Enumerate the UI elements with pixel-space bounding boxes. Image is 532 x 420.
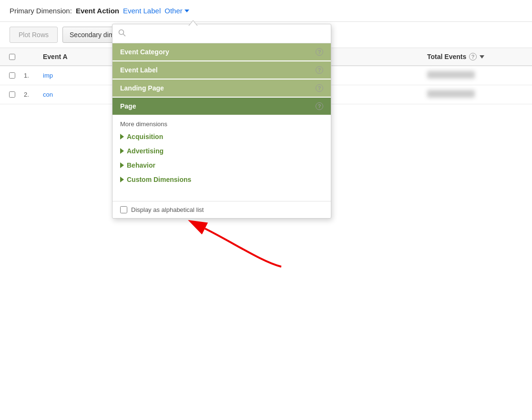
- svg-line-1: [123, 34, 125, 36]
- total-events-help-icon[interactable]: ?: [469, 53, 477, 60]
- row-2-events-blurred: [427, 90, 475, 98]
- more-dimensions-label: More dimensions: [113, 116, 331, 130]
- plot-rows-button[interactable]: Plot Rows: [10, 27, 58, 43]
- select-all-checkbox-col: [0, 54, 24, 60]
- custom-dimensions-expand-icon: [120, 177, 124, 182]
- row-2-events: [427, 90, 532, 99]
- dropdown-search-area: [113, 24, 331, 43]
- alphabetical-list-checkbox[interactable]: [120, 206, 127, 213]
- dropdown-footer: Display as alphabetical list: [113, 201, 331, 218]
- other-dropdown-label: Other: [164, 7, 183, 15]
- event-label-help-icon[interactable]: ?: [316, 66, 323, 74]
- search-icon: [118, 29, 126, 38]
- row-1-checkbox[interactable]: [9, 72, 15, 79]
- search-input[interactable]: [130, 30, 325, 38]
- row-2-checkbox[interactable]: [9, 91, 15, 98]
- dropdown-group-behavior[interactable]: Behavior: [113, 158, 331, 172]
- event-label-link[interactable]: Event Label: [123, 7, 161, 15]
- dropdown-item-event-label[interactable]: Event Label ?: [113, 61, 331, 79]
- dropdown-item-landing-page[interactable]: Landing Page ?: [113, 80, 331, 97]
- row-1-events: [427, 71, 532, 80]
- dropdown-scroll-area[interactable]: Event Category ? Event Label ? Landing P…: [113, 43, 331, 201]
- alphabetical-list-label: Display as alphabetical list: [131, 206, 204, 213]
- secondary-dimension-dropdown: Event Category ? Event Label ? Landing P…: [112, 24, 331, 219]
- dropdown-group-custom-dimensions[interactable]: Custom Dimensions: [113, 172, 331, 187]
- other-chevron-icon: [184, 10, 189, 12]
- primary-dimension-label: Primary Dimension:: [10, 7, 72, 15]
- page-help-icon[interactable]: ?: [316, 102, 323, 110]
- other-dropdown[interactable]: Other: [164, 7, 189, 15]
- advertising-expand-icon: [120, 148, 124, 154]
- landing-page-help-icon[interactable]: ?: [316, 84, 323, 92]
- dropdown-group-acquisition[interactable]: Acquisition: [113, 130, 331, 144]
- select-all-checkbox[interactable]: [9, 54, 15, 60]
- event-category-help-icon[interactable]: ?: [316, 48, 323, 56]
- primary-dimension-bar: Primary Dimension: Event Action Event La…: [0, 0, 532, 22]
- active-dimension: Event Action: [76, 7, 119, 15]
- row-2-index: 2.: [24, 91, 43, 98]
- dropdown-group-advertising[interactable]: Advertising: [113, 144, 331, 158]
- spacer: [113, 187, 331, 201]
- row-1-events-blurred: [427, 71, 475, 79]
- dropdown-item-page[interactable]: Page ?: [113, 98, 331, 115]
- dropdown-pointer-inner: [189, 21, 197, 26]
- dropdown-item-event-category[interactable]: Event Category ?: [113, 43, 331, 60]
- total-events-header: Total Events ?: [427, 53, 532, 60]
- sort-down-arrow-icon[interactable]: [480, 55, 484, 59]
- acquisition-expand-icon: [120, 134, 124, 140]
- row-1-index: 1.: [24, 72, 43, 79]
- behavior-expand-icon: [120, 162, 124, 168]
